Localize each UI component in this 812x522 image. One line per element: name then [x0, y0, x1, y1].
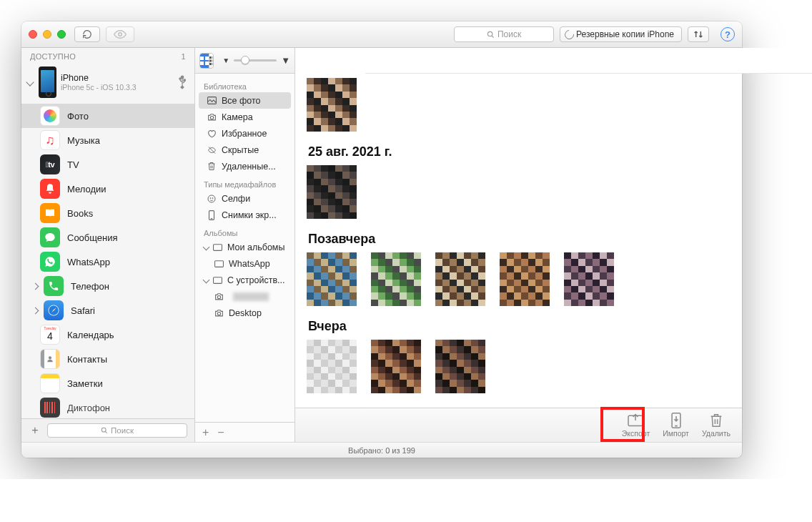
- content-toolbar: С 13.02. 2018▲▼ по 27.08. 2021▲▼: [295, 48, 742, 74]
- stepper-icon[interactable]: ▲▼: [640, 56, 648, 65]
- tv-icon: tv: [40, 154, 60, 174]
- sidebar-item-voicememos[interactable]: Диктофон: [21, 395, 194, 418]
- library-item-camera[interactable]: Камера: [195, 109, 294, 125]
- photo-thumbnail[interactable]: [500, 252, 550, 306]
- group-date-header: Позавчера: [308, 232, 731, 247]
- sidebar-item-books[interactable]: Books: [21, 201, 194, 225]
- minimize-window-button[interactable]: [43, 30, 51, 39]
- sidebar-search[interactable]: Поиск: [47, 423, 187, 438]
- svg-rect-29: [214, 261, 223, 267]
- albums-my-albums[interactable]: Мои альбомы: [195, 239, 294, 255]
- thumbnail-row: [307, 165, 731, 219]
- sidebar-item-whatsapp[interactable]: WhatsApp: [21, 250, 194, 274]
- grid-view-button[interactable]: [200, 54, 209, 68]
- view-mode-segment: [199, 53, 214, 69]
- zoom-window-button[interactable]: [57, 30, 66, 39]
- close-window-button[interactable]: [29, 30, 37, 39]
- icon-view-button[interactable]: [209, 54, 214, 68]
- device-sidebar: ДОСТУПНО 1 iPhone iPhone 5c - iOS 10.3.3…: [21, 48, 195, 442]
- thumbnail-row: [307, 252, 731, 306]
- svg-point-8: [102, 428, 106, 432]
- photo-thumbnail[interactable]: [371, 340, 421, 393]
- photo-thumbnail[interactable]: [307, 252, 357, 306]
- library-item-selfies[interactable]: Селфи: [195, 190, 294, 207]
- sidebar-item-ringtones[interactable]: Мелодии: [21, 177, 194, 201]
- photo-thumbnail[interactable]: [307, 78, 357, 132]
- sidebar-header: ДОСТУПНО 1: [21, 48, 194, 64]
- photo-thumbnail[interactable]: [371, 252, 421, 306]
- folder-icon: [212, 276, 222, 284]
- date-from-field[interactable]: 13.02. 2018▲▼: [585, 53, 650, 69]
- sidebar-item-safari[interactable]: Safari: [21, 298, 194, 322]
- photo-thumbnail[interactable]: [307, 340, 357, 393]
- mediatypes-section-header: Типы медиафайлов: [195, 174, 294, 190]
- backups-button[interactable]: Резервные копии iPhone: [560, 26, 682, 42]
- svg-rect-14: [213, 56, 214, 59]
- chevron-down-icon: [26, 78, 34, 86]
- album-whatsapp[interactable]: WhatsApp: [195, 255, 294, 272]
- date-filter: С 13.02. 2018▲▼ по 27.08. 2021▲▼: [574, 53, 735, 69]
- library-panel: ▼ ▼ Библиотека Все фото Камера Избранное…: [195, 48, 295, 442]
- chevron-down-icon: [203, 244, 210, 251]
- app-window: Поиск Резервные копии iPhone ? ДОСТУПНО …: [21, 21, 742, 458]
- library-item-screenshots[interactable]: Снимки экр...: [195, 207, 294, 223]
- zoom-slider[interactable]: ▼ ▼: [222, 55, 290, 66]
- help-button[interactable]: ?: [721, 27, 735, 41]
- device-row[interactable]: iPhone iPhone 5c - iOS 10.3.3: [21, 64, 194, 102]
- album-hidden[interactable]: [195, 288, 294, 305]
- export-button[interactable]: Экспорт: [622, 413, 650, 438]
- library-item-hidden[interactable]: Скрытые: [195, 142, 294, 158]
- stepper-icon[interactable]: ▲▼: [723, 56, 731, 65]
- photos-icon: [40, 106, 60, 126]
- sidebar-item-music[interactable]: ♫Музыка: [21, 128, 194, 152]
- import-icon: [667, 413, 685, 428]
- sidebar-item-phone[interactable]: Телефон: [21, 274, 194, 298]
- preview-button[interactable]: [106, 26, 134, 42]
- photo-thumbnail[interactable]: [307, 165, 357, 219]
- add-album-button[interactable]: +: [202, 426, 209, 439]
- iphone-icon: [39, 67, 56, 98]
- photo-gallery[interactable]: 25 авг. 2021 г.ПозавчераВчера: [295, 74, 742, 408]
- svg-point-24: [208, 195, 215, 202]
- sidebar-item-calendar[interactable]: 4Календарь: [21, 322, 194, 347]
- svg-rect-28: [213, 245, 222, 251]
- trash-icon: [207, 162, 217, 171]
- library-item-favorites[interactable]: Избранное: [195, 125, 294, 142]
- sidebar-item-notes[interactable]: Заметки: [21, 371, 194, 395]
- sort-button[interactable]: [688, 26, 709, 42]
- phone-icon: [44, 276, 64, 296]
- sidebar-item-photos[interactable]: Фото: [21, 104, 194, 128]
- window-controls: [29, 30, 66, 39]
- albums-section-header: Альбомы: [195, 223, 294, 239]
- sidebar-item-tv[interactable]: tvTV: [21, 152, 194, 177]
- photo-thumbnail[interactable]: [564, 252, 614, 306]
- svg-point-25: [210, 197, 211, 198]
- svg-point-31: [217, 295, 220, 298]
- folder-icon: [212, 243, 222, 251]
- date-to-field[interactable]: 27.08. 2021▲▼: [669, 53, 735, 69]
- svg-rect-9: [200, 56, 204, 60]
- refresh-button[interactable]: [74, 26, 100, 42]
- library-item-deleted[interactable]: Удаленные...: [195, 158, 294, 174]
- search-placeholder: Поиск: [497, 29, 521, 39]
- album-desktop[interactable]: Desktop: [195, 305, 294, 321]
- svg-rect-19: [209, 63, 212, 65]
- svg-rect-10: [205, 56, 209, 60]
- screenshot-icon: [207, 210, 217, 220]
- photo-thumbnail[interactable]: [435, 252, 485, 306]
- sidebar-item-messages[interactable]: Сообщения: [21, 225, 194, 250]
- albums-from-device[interactable]: С устройств...: [195, 272, 294, 288]
- import-button[interactable]: Импорт: [663, 413, 689, 438]
- sidebar-item-contacts[interactable]: Контакты: [21, 347, 194, 371]
- photo-thumbnail[interactable]: [435, 340, 485, 393]
- library-item-all-photos[interactable]: Все фото: [199, 92, 291, 109]
- svg-rect-13: [209, 56, 212, 59]
- trash-icon: [707, 413, 726, 428]
- voicememos-icon: [40, 398, 60, 418]
- search-field[interactable]: Поиск: [454, 26, 554, 42]
- delete-button[interactable]: Удалить: [702, 413, 731, 438]
- add-button[interactable]: +: [29, 424, 41, 437]
- svg-point-23: [210, 116, 213, 119]
- remove-album-button[interactable]: −: [217, 426, 224, 439]
- svg-rect-17: [213, 59, 214, 61]
